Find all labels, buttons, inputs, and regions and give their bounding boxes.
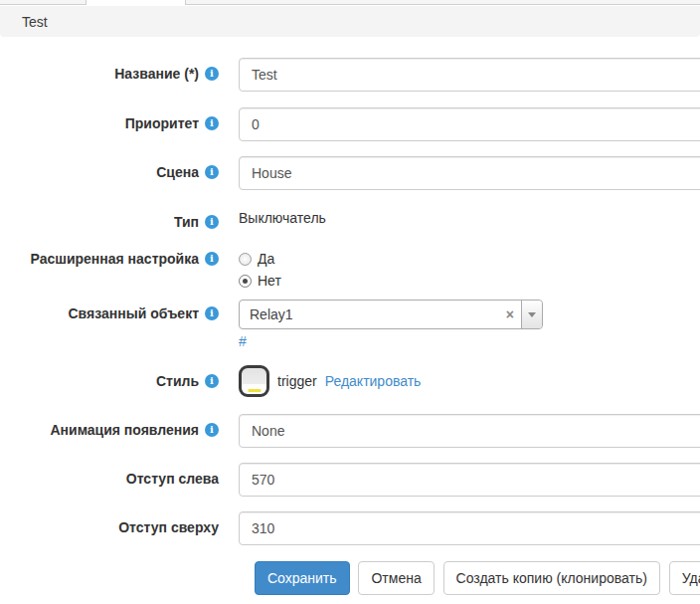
delete-button[interactable]: Удалить	[669, 561, 700, 595]
offset-top-label: Отступ сверху	[0, 511, 219, 536]
linked-object-value: Relay1	[250, 301, 293, 328]
tab-bar	[0, 0, 700, 6]
advanced-option-no[interactable]: Нет	[239, 271, 700, 291]
info-icon[interactable]	[205, 165, 219, 179]
tab-active-partial[interactable]	[88, 0, 184, 6]
save-button[interactable]: Сохранить	[255, 561, 350, 595]
style-label: Стиль	[0, 365, 219, 390]
dropdown-arrow-icon[interactable]	[521, 301, 542, 328]
name-label: Название (*)	[0, 58, 219, 83]
radio-yes-icon[interactable]	[239, 253, 252, 266]
panel-title: Test	[22, 14, 48, 30]
style-indicator-bar	[248, 389, 261, 392]
offset-left-input[interactable]	[239, 463, 700, 497]
animation-label: Анимация появления	[0, 414, 219, 439]
scene-label: Сцена	[0, 156, 219, 181]
field-row-style: Стиль trigger Редактировать	[0, 365, 700, 397]
field-row-type: Тип Выключатель	[0, 208, 700, 231]
field-row-advanced: Расширенная настройка Да Нет	[0, 249, 700, 291]
cancel-button[interactable]: Отмена	[358, 561, 434, 595]
field-row-offset-left: Отступ слева	[0, 463, 700, 497]
field-row-offset-top: Отступ сверху	[0, 511, 700, 545]
form-actions: Сохранить Отмена Создать копию (клониров…	[255, 561, 700, 595]
radio-no-label: Нет	[258, 273, 281, 289]
advanced-label: Расширенная настройка	[0, 249, 219, 268]
offset-left-label: Отступ слева	[0, 463, 219, 488]
linked-object-select[interactable]: Relay1 ×	[239, 300, 543, 329]
tab-partial-left[interactable]	[0, 0, 87, 5]
info-icon[interactable]	[205, 215, 219, 229]
radio-no-icon[interactable]	[239, 275, 252, 288]
clear-selection-icon[interactable]: ×	[506, 301, 514, 328]
field-row-animation: Анимация появления	[0, 414, 700, 448]
panel-header: Test	[0, 6, 700, 37]
type-label: Тип	[0, 208, 219, 231]
style-preview-icon	[239, 365, 269, 397]
type-value: Выключатель	[239, 208, 700, 228]
info-icon[interactable]	[205, 116, 219, 130]
info-icon[interactable]	[205, 423, 219, 437]
name-input[interactable]	[239, 58, 700, 92]
settings-form-screen: Test Название (*) Приоритет Сцена	[0, 0, 700, 604]
clone-button[interactable]: Создать копию (клонировать)	[443, 561, 660, 595]
object-hash-link[interactable]: #	[239, 333, 247, 349]
tab-partial-right[interactable]	[185, 0, 700, 5]
style-edit-link[interactable]: Редактировать	[325, 373, 422, 389]
field-row-scene: Сцена	[0, 156, 700, 190]
info-icon[interactable]	[205, 252, 219, 266]
field-row-priority: Приоритет	[0, 107, 700, 141]
offset-top-input[interactable]	[239, 511, 700, 545]
animation-select[interactable]	[239, 414, 700, 448]
field-row-linked-object: Связанный объект Relay1 × #	[0, 300, 700, 350]
radio-yes-label: Да	[258, 251, 274, 267]
info-icon[interactable]	[205, 374, 219, 388]
info-icon[interactable]	[205, 306, 219, 320]
field-row-name: Название (*)	[0, 58, 700, 92]
linked-object-label: Связанный объект	[0, 300, 219, 322]
style-name: trigger	[277, 373, 317, 389]
priority-input[interactable]	[239, 107, 700, 141]
scene-select[interactable]	[239, 156, 700, 190]
priority-label: Приоритет	[0, 107, 219, 132]
info-icon[interactable]	[205, 67, 219, 81]
advanced-option-yes[interactable]: Да	[239, 249, 700, 269]
